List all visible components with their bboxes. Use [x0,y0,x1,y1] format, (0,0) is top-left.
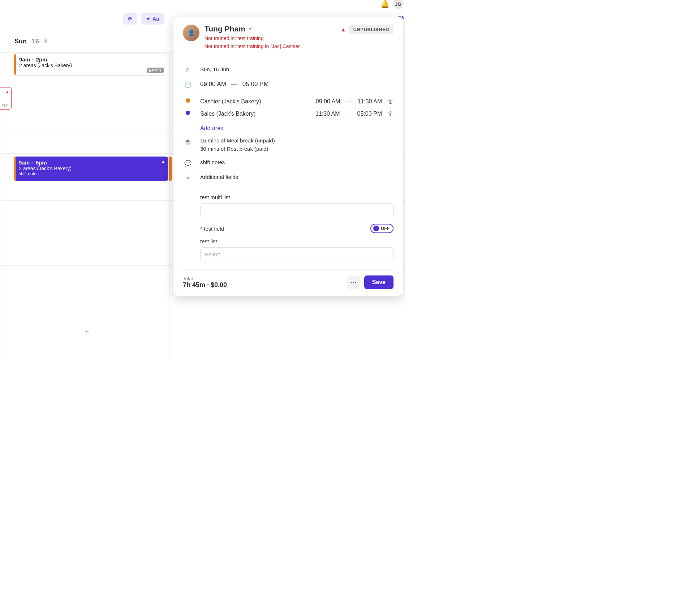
area-name[interactable]: Sales (Jack's Bakery) [200,111,310,117]
shift-card-stacked-indicator [169,157,172,181]
area-color-dot [186,111,190,115]
training-warning: Not trained in: test training [205,35,336,41]
notifications-icon[interactable]: 🔔 [381,0,390,8]
shift-date[interactable]: Sun, 16 Jun [200,66,394,72]
additional-fields-icon [183,174,193,181]
field-label-multilist: test multi list [200,194,394,200]
employee-picker[interactable]: Tung Pham ▼ [205,25,336,33]
shift-detail-panel: 👤 Tung Pham ▼ Not trained in: test train… [173,17,403,296]
shift-time: 9am – 5pm [19,159,165,166]
employee-avatar[interactable]: 👤 [183,25,199,41]
add-area-link[interactable]: Add area [200,125,394,132]
delete-area-button[interactable] [388,111,394,117]
shift-subtitle: 2 areas (Jack's Bakery) [19,166,165,171]
auto-label: Au [152,16,159,22]
additional-fields-heading: Additional fields [200,174,394,180]
clock-icon [183,81,193,88]
break-line[interactable]: 15 mins of Meal break (unpaid) [200,137,394,144]
test-field-toggle[interactable]: OFF [370,224,394,233]
area-color-dot [186,98,190,103]
shift-end-time[interactable]: 05:00 PM [242,81,269,88]
area-end-time[interactable]: 11:30 AM [357,98,382,105]
shift-subtitle: 2 areas (Jack's Bakery) [19,63,162,68]
delete-area-button[interactable] [388,98,394,105]
total-value: 7h 45m · $0.00 [183,281,227,289]
refresh-button[interactable]: ⟳ [123,13,137,25]
prev-day-shift-card[interactable]: ▲ PTY [0,87,12,110]
dash-separator: — [231,81,237,88]
shift-card-empty[interactable]: 9am – 2pm 2 areas (Jack's Bakery) EMPTY [14,53,166,76]
area-name[interactable]: Cashier (Jack's Bakery) [200,98,310,105]
shift-notes-preview: shift notes [19,171,165,176]
toggle-state-text: OFF [381,226,390,231]
empty-badge: PTY [1,104,8,107]
chevron-down-icon: ▼ [248,26,253,31]
calendar-icon [183,66,193,73]
avatar-initials-text: JG [395,1,401,7]
area-start-time[interactable]: 09:00 AM [316,98,340,105]
weather-sun-icon: ☀ [43,37,48,45]
dash-separator: — [346,98,352,105]
shift-card-active[interactable]: ▲ 9am – 5pm 2 areas (Jack's Bakery) shif… [14,157,168,181]
dash-separator: — [346,111,352,117]
field-label-select: test list [200,238,394,244]
save-button[interactable]: Save [364,275,394,289]
shift-notes[interactable]: shift notes [200,159,394,165]
add-shift-button[interactable]: ＋ [83,326,90,336]
multi-list-field[interactable] [200,203,394,217]
more-actions-button[interactable]: ⋯ [347,276,360,289]
shift-time: 9am – 2pm [19,56,162,63]
break-line[interactable]: 30 mins of Rest break (paid) [200,146,394,152]
toggle-knob [373,226,379,231]
day-number: 16 [32,38,39,45]
publish-status-badge[interactable]: UNPUBLISHED [349,25,394,34]
refresh-icon: ⟳ [128,16,132,22]
employee-name: Tung Pham [205,25,245,33]
break-icon [183,137,193,145]
warning-icon: ▲ [161,159,165,164]
area-start-time[interactable]: 11:30 AM [315,111,340,117]
training-warning: Not trained in: test training in [Jac] C… [205,43,336,49]
day-label: Sun [14,38,27,45]
sparkle-icon: ✦ [146,16,150,22]
warning-icon: ▲ [341,26,346,33]
test-list-select[interactable]: Select [200,247,394,261]
area-end-time[interactable]: 05:00 PM [357,111,382,117]
notes-icon [183,159,193,167]
empty-badge: EMPTY [147,68,164,73]
total-label: Total [183,276,227,281]
auto-button[interactable]: ✦ Au [141,13,164,25]
field-label-toggle: * test field [200,226,224,232]
shift-start-time[interactable]: 09:00 AM [200,81,226,88]
warning-icon: ▲ [5,89,9,94]
